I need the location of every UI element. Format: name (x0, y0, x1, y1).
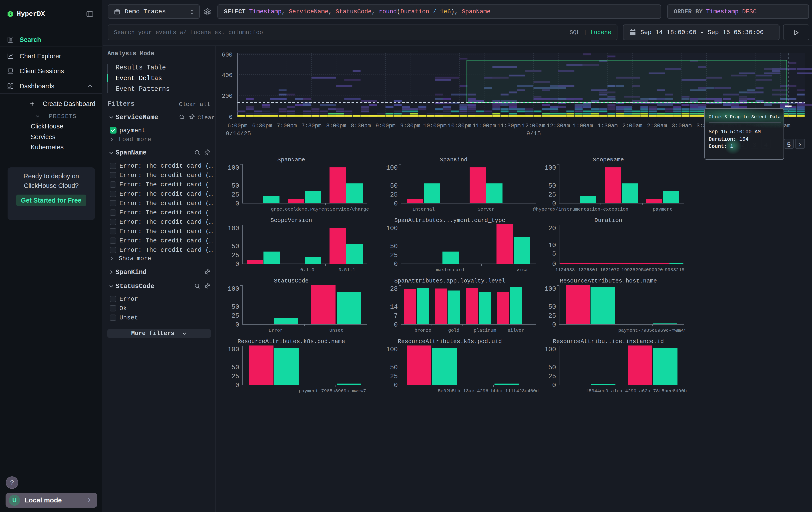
svg-text:SpanKind: SpanKind (440, 157, 468, 163)
svg-text:9:30pm: 9:30pm (400, 123, 420, 129)
svg-text:10:30pm: 10:30pm (448, 123, 471, 129)
svg-text:9/14/25: 9/14/25 (226, 131, 251, 137)
svg-text:50: 50 (548, 364, 556, 371)
svg-text:7: 7 (394, 312, 398, 320)
svg-text:100: 100 (386, 346, 398, 353)
svg-text:5: 5 (787, 141, 791, 149)
svg-text:2:30am: 2:30am (647, 123, 667, 129)
svg-text:ResourceAttributes.k8s.pod.uid: ResourceAttributes.k8s.pod.uid (398, 338, 502, 345)
svg-text:8:30pm: 8:30pm (351, 123, 371, 129)
svg-text:19935295: 19935295 (621, 267, 644, 272)
svg-text:0: 0 (552, 382, 556, 389)
svg-text:14: 14 (390, 303, 398, 311)
svg-text:0: 0 (235, 261, 239, 268)
svg-text:bronze: bronze (414, 328, 431, 333)
svg-text:›: › (799, 140, 801, 148)
svg-text:200: 200 (222, 93, 233, 100)
svg-text:visa: visa (517, 267, 528, 272)
svg-text:50: 50 (548, 182, 556, 190)
svg-text:10:00pm: 10:00pm (423, 123, 446, 129)
svg-text:@hyperdx/instrumentation-excep: @hyperdx/instrumentation-exception (533, 207, 628, 212)
svg-text:SpanName: SpanName (278, 157, 305, 163)
svg-text:50: 50 (231, 364, 239, 371)
svg-text:1376801: 1376801 (578, 267, 598, 272)
svg-text:5e02b5fb-13ae-4296-bbbc-111f42: 5e02b5fb-13ae-4296-bbbc-111f423c460d (438, 388, 539, 394)
svg-text:25: 25 (390, 373, 398, 380)
svg-text:3:00am: 3:00am (672, 123, 692, 129)
svg-text:11:00pm: 11:00pm (472, 123, 496, 129)
svg-text:28: 28 (390, 286, 398, 293)
svg-text:StatusCode: StatusCode (274, 277, 309, 284)
svg-text:Error: Error (269, 328, 283, 333)
svg-text:0: 0 (394, 321, 398, 329)
svg-text:7:30pm: 7:30pm (301, 123, 321, 129)
svg-text:25: 25 (548, 373, 556, 380)
svg-text:400: 400 (222, 72, 233, 79)
svg-text:11:30pm: 11:30pm (497, 123, 521, 129)
svg-text:25: 25 (390, 191, 398, 198)
svg-text:100: 100 (228, 286, 239, 293)
svg-text:50: 50 (390, 243, 398, 250)
svg-text:50: 50 (231, 303, 239, 311)
svg-text:SpanAttributes...yment.card_ty: SpanAttributes...yment.card_type (394, 217, 505, 224)
svg-text:50: 50 (548, 303, 556, 311)
svg-text:10: 10 (548, 242, 556, 249)
svg-text:25: 25 (231, 373, 239, 380)
svg-text:100: 100 (228, 346, 239, 353)
svg-text:0: 0 (552, 261, 556, 268)
svg-text:Unset: Unset (329, 328, 343, 333)
svg-text:mastercard: mastercard (436, 267, 464, 272)
svg-text:0: 0 (229, 114, 233, 120)
svg-text:payment-7985c8969c-mwmw7: payment-7985c8969c-mwmw7 (618, 328, 686, 333)
svg-text:2:00am: 2:00am (622, 123, 642, 129)
svg-text:payment: payment (653, 207, 672, 212)
svg-text:0.51.1: 0.51.1 (339, 267, 355, 272)
svg-text:grpc.oteldemo.PaymentService/C: grpc.oteldemo.PaymentService/Charge (271, 207, 369, 212)
svg-text:0: 0 (552, 200, 556, 208)
svg-text:100: 100 (386, 164, 398, 172)
svg-text:f5344ec9-a1ea-4290-a62a-78f5be: f5344ec9-a1ea-4290-a62a-78f5bee8d90b (586, 388, 687, 394)
svg-text:7:00pm: 7:00pm (277, 123, 297, 129)
svg-text:50: 50 (390, 364, 398, 371)
svg-text:25: 25 (548, 312, 556, 320)
svg-text:50: 50 (390, 182, 398, 190)
svg-text:12:30am: 12:30am (547, 123, 570, 129)
svg-text:12:00am: 12:00am (522, 123, 545, 129)
svg-text:20: 20 (548, 225, 556, 232)
svg-text:0: 0 (394, 261, 398, 268)
svg-text:100: 100 (228, 164, 239, 172)
svg-text:100: 100 (545, 286, 556, 293)
svg-text:25: 25 (390, 252, 398, 259)
svg-text:5: 5 (552, 250, 556, 258)
svg-text:silver: silver (508, 328, 524, 333)
svg-text:25: 25 (231, 191, 239, 198)
svg-text:0.1.0: 0.1.0 (300, 267, 314, 272)
svg-text:1:30am: 1:30am (598, 123, 618, 129)
svg-text:9/15: 9/15 (526, 131, 541, 137)
svg-text:8:00pm: 8:00pm (326, 123, 346, 129)
svg-text:50: 50 (231, 243, 239, 250)
svg-text:25: 25 (231, 252, 239, 259)
svg-text:9983218: 9983218 (665, 267, 685, 272)
svg-text:25: 25 (231, 312, 239, 320)
svg-text:platinum: platinum (474, 328, 496, 333)
svg-text:Server: Server (477, 207, 494, 212)
svg-text:ScopeVersion: ScopeVersion (270, 217, 312, 224)
svg-text:ResourceAttribu..ice.instance.: ResourceAttribu..ice.instance.id (553, 338, 664, 345)
svg-text:ScopeName: ScopeName (593, 157, 624, 163)
svg-text:gold: gold (448, 328, 459, 333)
svg-text:9:00pm: 9:00pm (376, 123, 396, 129)
svg-text:6:30pm: 6:30pm (252, 123, 272, 129)
svg-text:100: 100 (228, 225, 239, 232)
svg-text:SpanAttributes.app.loyalty.lev: SpanAttributes.app.loyalty.level (394, 277, 505, 284)
svg-text:Duration: Duration (594, 217, 622, 224)
svg-text:0: 0 (235, 382, 239, 389)
svg-text:100: 100 (386, 225, 398, 232)
svg-text:Internal: Internal (412, 207, 435, 212)
svg-text:1124538: 1124538 (555, 267, 575, 272)
svg-text:0: 0 (235, 321, 239, 329)
svg-text:ResourceAttributes.host.name: ResourceAttributes.host.name (560, 277, 657, 284)
svg-text:600: 600 (222, 52, 233, 58)
svg-text:ResourceAttributes.k8s.pod.nam: ResourceAttributes.k8s.pod.name (237, 338, 345, 345)
svg-text:0: 0 (394, 200, 398, 208)
